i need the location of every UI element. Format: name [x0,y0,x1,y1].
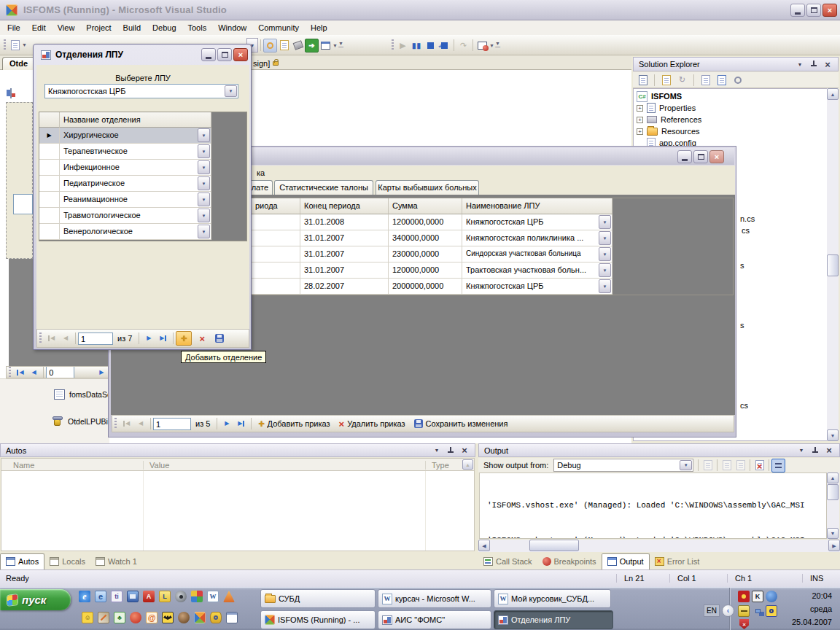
tab-output[interactable]: Output [602,553,650,569]
designer-move-prev-button[interactable] [27,366,41,378]
column-header-type[interactable]: Type [425,461,449,470]
toolbar-grip[interactable] [4,39,6,51]
scroll-right-icon[interactable]: ▶ [828,540,840,551]
kaspersky-icon[interactable] [752,591,763,602]
grid-row[interactable]: Педиатрическое [39,176,246,192]
scroll-left-icon[interactable]: ◀ [478,540,490,551]
pin-icon[interactable] [809,445,821,456]
pause-button[interactable]: ▮▮ [410,39,424,52]
window-position-icon[interactable] [431,445,443,456]
combo-dropdown-icon[interactable] [599,247,611,261]
cell-period-end[interactable]: 31.01.2007 [300,246,389,262]
output-source-combobox[interactable]: Debug [553,459,693,472]
cell-sum[interactable]: 2000000,0000 [389,279,462,295]
department-cell[interactable]: Терапевтическое [60,144,211,160]
batman-app-icon[interactable] [162,612,174,623]
designer-position-box[interactable]: 0 [46,366,74,378]
combo-dropdown-icon[interactable] [198,209,210,222]
debug-toolbar-overflow-icon[interactable]: ▼— [494,39,501,51]
add-department-button[interactable]: + [176,331,192,346]
matlab-icon[interactable] [223,591,235,602]
tab-discharged-cards[interactable]: Карты выбывших больных [376,180,479,195]
grid-row[interactable]: Реанимационное [39,192,246,208]
file-fragment[interactable]: s [740,261,744,270]
taskbar-button-ais-foms[interactable]: АИС "ФОМС" [378,610,491,629]
grid-row[interactable]: ▶ Хирургическое [39,128,246,144]
expand-icon[interactable] [637,117,643,123]
add-item-button[interactable] [8,38,22,52]
autos-body[interactable] [1,471,475,551]
eye-app-icon[interactable] [175,591,187,602]
media-app-icon[interactable] [127,591,139,602]
department-cell[interactable]: Педиатрическое [60,176,211,192]
file-fragment[interactable]: cs [740,401,748,410]
dialog-titlebar[interactable]: Отделения ЛПУ × [35,46,251,63]
column-header-lpu[interactable]: Наименование ЛПУ [462,198,612,214]
toolbox-icon[interactable] [291,39,305,52]
output-hscrollbar[interactable]: ◀ ▶ [478,540,840,552]
tab-locals[interactable]: Locals [44,553,90,569]
taskbar-button-otdeleniya-lpu[interactable]: Отделения ЛПУ [494,610,613,629]
view-designer-icon[interactable] [715,73,728,87]
file-fragment[interactable]: cs [742,226,750,235]
acrobat-icon[interactable] [143,591,155,602]
cell-lpu[interactable]: Трактовская участковая больн... [462,262,612,279]
taskbar-button-kursovik[interactable]: Мой курсовик_СУБД... [494,589,611,608]
menu-debug[interactable]: Debug [147,21,182,34]
outlook-express-icon[interactable] [95,591,106,602]
delete-department-button[interactable]: × [195,332,209,345]
refresh-icon[interactable]: ↻ [675,73,689,87]
nav-grip[interactable] [39,332,42,344]
menu-help[interactable]: Help [305,21,333,34]
debug-toolbar-grip[interactable] [392,39,394,51]
foms-menu-fragment[interactable]: ка [257,168,265,177]
scrollbar-thumb[interactable] [827,484,839,500]
designer-form-canvas[interactable] [6,102,33,259]
solution-tree-scrollbar[interactable]: ▲ ▼ [827,88,839,441]
cell-lpu[interactable]: Княжпогостская ЦРБ [462,214,612,230]
expand-icon[interactable] [637,128,643,135]
word-wrap-icon[interactable] [771,459,785,472]
delete-order-button[interactable]: ×Удалить приказ [335,419,410,429]
combo-dropdown-icon[interactable] [198,128,210,142]
pencil-app-icon[interactable] [98,612,109,623]
expand-icon[interactable] [637,105,643,112]
tray-collapse-chevron-icon[interactable]: ‹ [722,604,734,617]
close-panel-icon[interactable] [823,445,835,456]
column-header-value[interactable]: Value [143,461,169,470]
menu-build[interactable]: Build [117,21,147,34]
menu-file[interactable]: File [1,21,26,34]
window-app-icon[interactable] [226,612,238,623]
combo-dropdown-icon[interactable] [599,279,611,293]
foms-minimize-button[interactable] [677,150,692,163]
cell-period-end[interactable]: 31.01.2007 [300,262,389,279]
clear-all-icon[interactable]: × [752,459,766,472]
doc-tab-designer[interactable]: Otde [2,57,34,70]
tray-console-icon[interactable] [738,605,750,617]
combo-dropdown-icon[interactable] [680,460,692,470]
opera-like-icon[interactable] [130,612,141,623]
close-panel-icon[interactable] [822,59,833,70]
column-header-period-end[interactable]: Конец периода [300,198,389,214]
tray-volume-icon[interactable] [766,605,777,617]
combo-dropdown-icon[interactable] [599,231,611,245]
pin-icon[interactable] [808,59,820,70]
grid-row[interactable]: 31.01.2007 340000,0000 Княжпогостская по… [252,230,733,246]
window-position-icon[interactable] [794,59,806,70]
grid-row[interactable]: 28.02.2007 2000000,0000 Княжпогостская Ц… [252,279,733,295]
doc-tab-fragment[interactable]: sign] [253,57,288,70]
grid-row[interactable]: Травмотологическое [39,208,246,224]
output-log[interactable]: 'ISFOMS.vshost.exe' (Managed): Loaded 'C… [479,472,827,539]
output-vscrollbar[interactable]: ▲ ▼ [827,472,839,539]
colors-app-icon[interactable] [191,591,203,602]
tray-clock[interactable]: 20:04 [787,591,832,600]
designer-nav-grip[interactable] [9,367,11,378]
grid-row[interactable]: 31.01.2008 1200000,0000 Княжпогостская Ц… [252,214,733,230]
view-code-icon[interactable] [699,73,712,87]
view-class-diagram-icon[interactable] [731,73,744,87]
grid-row[interactable]: Венерологическое [39,224,246,240]
cell-period-end[interactable]: 28.02.2007 [300,279,389,295]
department-cell[interactable]: Венерологическое [60,224,211,240]
cell-period-end[interactable]: 31.01.2007 [300,230,389,246]
tree-item-references[interactable]: References [634,114,827,125]
